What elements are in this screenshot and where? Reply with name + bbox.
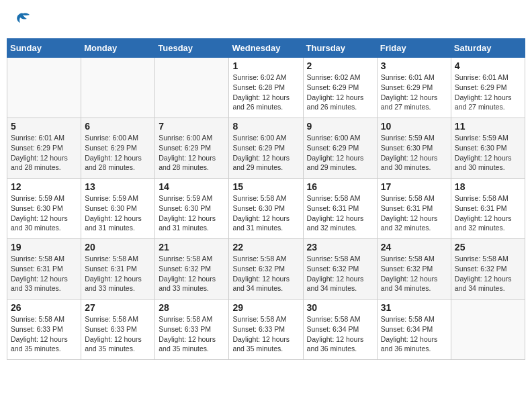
- day-number: 30: [307, 302, 373, 313]
- calendar-cell: 23Sunrise: 5:58 AM Sunset: 6:32 PM Dayli…: [303, 239, 377, 300]
- day-number: 1: [232, 60, 299, 71]
- calendar-cell: 9Sunrise: 6:00 AM Sunset: 6:29 PM Daylig…: [303, 118, 377, 179]
- calendar-cell: 24Sunrise: 5:58 AM Sunset: 6:32 PM Dayli…: [377, 239, 451, 300]
- calendar-week-1: 1Sunrise: 6:02 AM Sunset: 6:28 PM Daylig…: [7, 58, 525, 118]
- day-number: 9: [307, 121, 373, 132]
- day-number: 5: [11, 121, 77, 132]
- calendar-cell: 7Sunrise: 6:00 AM Sunset: 6:29 PM Daylig…: [155, 118, 229, 179]
- calendar-cell: 17Sunrise: 5:58 AM Sunset: 6:31 PM Dayli…: [377, 179, 451, 239]
- day-info: Sunrise: 5:58 AM Sunset: 6:34 PM Dayligh…: [381, 314, 447, 354]
- weekday-header-saturday: Saturday: [451, 39, 525, 58]
- calendar-cell: 3Sunrise: 6:01 AM Sunset: 6:29 PM Daylig…: [377, 58, 451, 118]
- day-number: 17: [381, 181, 447, 192]
- calendar-table: SundayMondayTuesdayWednesdayThursdayFrid…: [7, 38, 525, 360]
- day-info: Sunrise: 5:58 AM Sunset: 6:33 PM Dayligh…: [85, 314, 151, 354]
- logo: [12, 9, 32, 30]
- day-number: 11: [455, 121, 521, 132]
- weekday-header-sunday: Sunday: [7, 39, 81, 58]
- calendar-cell: 18Sunrise: 5:58 AM Sunset: 6:31 PM Dayli…: [451, 179, 525, 239]
- calendar-cell: 25Sunrise: 5:58 AM Sunset: 6:32 PM Dayli…: [451, 239, 525, 300]
- calendar-cell: [155, 58, 229, 118]
- day-number: 4: [455, 60, 521, 71]
- page-header: [7, 7, 525, 33]
- day-info: Sunrise: 5:59 AM Sunset: 6:30 PM Dayligh…: [455, 133, 521, 173]
- day-info: Sunrise: 6:00 AM Sunset: 6:29 PM Dayligh…: [232, 133, 299, 173]
- calendar-cell: 13Sunrise: 5:59 AM Sunset: 6:30 PM Dayli…: [81, 179, 155, 239]
- day-info: Sunrise: 5:58 AM Sunset: 6:30 PM Dayligh…: [232, 193, 299, 233]
- day-info: Sunrise: 5:58 AM Sunset: 6:31 PM Dayligh…: [307, 193, 373, 233]
- calendar-cell: 10Sunrise: 5:59 AM Sunset: 6:30 PM Dayli…: [377, 118, 451, 179]
- day-number: 18: [455, 181, 521, 192]
- calendar-cell: 1Sunrise: 6:02 AM Sunset: 6:28 PM Daylig…: [229, 58, 303, 118]
- day-number: 26: [11, 302, 77, 313]
- calendar-cell: 5Sunrise: 6:01 AM Sunset: 6:29 PM Daylig…: [7, 118, 81, 179]
- day-info: Sunrise: 5:58 AM Sunset: 6:32 PM Dayligh…: [159, 254, 225, 293]
- day-info: Sunrise: 6:02 AM Sunset: 6:29 PM Dayligh…: [307, 73, 373, 112]
- day-info: Sunrise: 5:58 AM Sunset: 6:31 PM Dayligh…: [85, 254, 151, 293]
- day-number: 2: [307, 60, 373, 71]
- calendar-cell: 27Sunrise: 5:58 AM Sunset: 6:33 PM Dayli…: [81, 300, 155, 360]
- day-info: Sunrise: 6:00 AM Sunset: 6:29 PM Dayligh…: [307, 133, 373, 173]
- calendar-cell: 19Sunrise: 5:58 AM Sunset: 6:31 PM Dayli…: [7, 239, 81, 300]
- day-number: 19: [11, 242, 77, 253]
- day-info: Sunrise: 5:58 AM Sunset: 6:33 PM Dayligh…: [11, 314, 77, 354]
- calendar-cell: 26Sunrise: 5:58 AM Sunset: 6:33 PM Dayli…: [7, 300, 81, 360]
- day-info: Sunrise: 5:58 AM Sunset: 6:32 PM Dayligh…: [232, 254, 299, 293]
- day-info: Sunrise: 6:02 AM Sunset: 6:28 PM Dayligh…: [232, 73, 299, 112]
- calendar-cell: 15Sunrise: 5:58 AM Sunset: 6:30 PM Dayli…: [229, 179, 303, 239]
- day-info: Sunrise: 6:00 AM Sunset: 6:29 PM Dayligh…: [85, 133, 151, 173]
- calendar-cell: 6Sunrise: 6:00 AM Sunset: 6:29 PM Daylig…: [81, 118, 155, 179]
- calendar-cell: 30Sunrise: 5:58 AM Sunset: 6:34 PM Dayli…: [303, 300, 377, 360]
- day-info: Sunrise: 5:58 AM Sunset: 6:33 PM Dayligh…: [159, 314, 225, 354]
- day-info: Sunrise: 6:00 AM Sunset: 6:29 PM Dayligh…: [159, 133, 225, 173]
- weekday-header-wednesday: Wednesday: [229, 39, 303, 58]
- calendar-cell: 29Sunrise: 5:58 AM Sunset: 6:33 PM Dayli…: [229, 300, 303, 360]
- weekday-header-row: SundayMondayTuesdayWednesdayThursdayFrid…: [7, 39, 525, 58]
- calendar-cell: 2Sunrise: 6:02 AM Sunset: 6:29 PM Daylig…: [303, 58, 377, 118]
- calendar-cell: 21Sunrise: 5:58 AM Sunset: 6:32 PM Dayli…: [155, 239, 229, 300]
- calendar-cell: 12Sunrise: 5:59 AM Sunset: 6:30 PM Dayli…: [7, 179, 81, 239]
- day-number: 29: [232, 302, 299, 313]
- day-info: Sunrise: 6:01 AM Sunset: 6:29 PM Dayligh…: [11, 133, 77, 173]
- day-info: Sunrise: 5:59 AM Sunset: 6:30 PM Dayligh…: [381, 133, 447, 173]
- day-info: Sunrise: 5:59 AM Sunset: 6:30 PM Dayligh…: [159, 193, 225, 233]
- day-number: 31: [381, 302, 447, 313]
- day-info: Sunrise: 5:59 AM Sunset: 6:30 PM Dayligh…: [85, 193, 151, 233]
- day-number: 14: [159, 181, 225, 192]
- calendar-cell: 16Sunrise: 5:58 AM Sunset: 6:31 PM Dayli…: [303, 179, 377, 239]
- day-info: Sunrise: 5:58 AM Sunset: 6:32 PM Dayligh…: [455, 254, 521, 293]
- day-info: Sunrise: 5:58 AM Sunset: 6:31 PM Dayligh…: [11, 254, 77, 293]
- day-info: Sunrise: 6:01 AM Sunset: 6:29 PM Dayligh…: [381, 73, 447, 112]
- weekday-header-tuesday: Tuesday: [155, 39, 229, 58]
- weekday-header-thursday: Thursday: [303, 39, 377, 58]
- calendar-cell: [451, 300, 525, 360]
- day-number: 10: [381, 121, 447, 132]
- day-info: Sunrise: 5:58 AM Sunset: 6:31 PM Dayligh…: [381, 193, 447, 233]
- day-info: Sunrise: 5:59 AM Sunset: 6:30 PM Dayligh…: [11, 193, 77, 233]
- calendar-cell: 14Sunrise: 5:59 AM Sunset: 6:30 PM Dayli…: [155, 179, 229, 239]
- calendar-week-2: 5Sunrise: 6:01 AM Sunset: 6:29 PM Daylig…: [7, 118, 525, 179]
- calendar-cell: 8Sunrise: 6:00 AM Sunset: 6:29 PM Daylig…: [229, 118, 303, 179]
- calendar-week-5: 26Sunrise: 5:58 AM Sunset: 6:33 PM Dayli…: [7, 300, 525, 360]
- calendar-cell: 28Sunrise: 5:58 AM Sunset: 6:33 PM Dayli…: [155, 300, 229, 360]
- calendar-cell: [81, 58, 155, 118]
- day-number: 28: [159, 302, 225, 313]
- day-info: Sunrise: 5:58 AM Sunset: 6:32 PM Dayligh…: [381, 254, 447, 293]
- day-number: 7: [159, 121, 225, 132]
- day-number: 21: [159, 242, 225, 253]
- calendar-cell: [7, 58, 81, 118]
- day-number: 22: [232, 242, 299, 253]
- day-info: Sunrise: 5:58 AM Sunset: 6:33 PM Dayligh…: [232, 314, 299, 354]
- day-number: 24: [381, 242, 447, 253]
- logo-bird-icon: [13, 9, 32, 32]
- day-number: 16: [307, 181, 373, 192]
- day-number: 12: [11, 181, 77, 192]
- day-number: 15: [232, 181, 299, 192]
- day-info: Sunrise: 5:58 AM Sunset: 6:31 PM Dayligh…: [455, 193, 521, 233]
- day-number: 13: [85, 181, 151, 192]
- calendar-cell: 20Sunrise: 5:58 AM Sunset: 6:31 PM Dayli…: [81, 239, 155, 300]
- calendar-week-3: 12Sunrise: 5:59 AM Sunset: 6:30 PM Dayli…: [7, 179, 525, 239]
- calendar-cell: 11Sunrise: 5:59 AM Sunset: 6:30 PM Dayli…: [451, 118, 525, 179]
- calendar-cell: 22Sunrise: 5:58 AM Sunset: 6:32 PM Dayli…: [229, 239, 303, 300]
- calendar-cell: 31Sunrise: 5:58 AM Sunset: 6:34 PM Dayli…: [377, 300, 451, 360]
